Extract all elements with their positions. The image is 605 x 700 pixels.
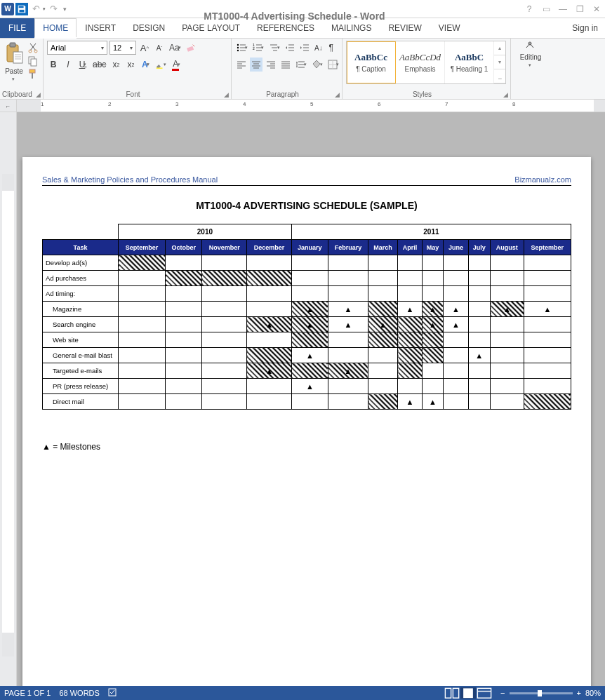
subscript-button[interactable]: x2 <box>109 58 122 72</box>
style-heading1[interactable]: AaBbC¶ Heading 1 <box>445 41 494 83</box>
schedule-cell <box>202 286 247 302</box>
year-header: 2011 <box>291 224 571 240</box>
status-page[interactable]: PAGE 1 OF 1 <box>4 689 51 697</box>
schedule-cell: ▲ <box>291 379 328 394</box>
style-caption[interactable]: AaBbCc¶ Caption <box>347 41 396 83</box>
align-right-icon[interactable] <box>265 58 277 72</box>
save-icon[interactable] <box>15 3 28 15</box>
shading-icon[interactable]: ▾ <box>310 58 324 72</box>
styles-gallery[interactable]: AaBbCc¶ Caption AaBbCcDdEmphasis AaBbC¶ … <box>346 41 506 84</box>
show-hide-icon[interactable]: ¶ <box>326 41 336 55</box>
align-center-icon[interactable] <box>250 58 262 72</box>
web-layout-icon[interactable] <box>477 687 492 699</box>
zoom-out-icon[interactable]: − <box>500 689 505 697</box>
schedule-cell: ▲ <box>368 317 398 332</box>
styles-launcher-icon[interactable]: ◢ <box>502 91 509 98</box>
horizontal-ruler[interactable]: 12345678 <box>17 100 605 112</box>
editing-dropdown-icon[interactable]: ▾ <box>528 62 531 68</box>
redo-icon[interactable]: ↷ <box>47 4 60 14</box>
month-header: April <box>398 240 423 255</box>
underline-button[interactable]: U▾ <box>77 58 89 72</box>
bold-button[interactable]: B <box>47 58 60 72</box>
tab-page-layout[interactable]: PAGE LAYOUT <box>173 18 248 38</box>
clear-format-icon[interactable] <box>185 41 197 55</box>
schedule-cell <box>328 255 368 271</box>
print-layout-icon[interactable] <box>460 687 476 699</box>
line-spacing-icon[interactable]: ▾ <box>294 58 308 72</box>
milestone-icon: ▲ <box>429 321 437 329</box>
copy-icon[interactable] <box>27 55 39 67</box>
tab-references[interactable]: REFERENCES <box>248 18 323 38</box>
scroll-up-icon[interactable]: ▴ <box>494 41 505 55</box>
zoom-slider[interactable] <box>510 692 573 694</box>
status-words[interactable]: 68 WORDS <box>59 689 99 697</box>
align-left-icon[interactable] <box>235 58 248 72</box>
read-mode-icon[interactable] <box>444 687 460 699</box>
ribbon-display-icon[interactable]: ▭ <box>538 1 554 17</box>
highlight-icon[interactable]: ▾ <box>154 58 168 72</box>
borders-icon[interactable]: ▾ <box>326 58 340 72</box>
paste-dropdown-icon[interactable]: ▾ <box>12 76 15 82</box>
shrink-font-icon[interactable]: Aˇ <box>153 41 166 55</box>
table-row: Search engine▲▲▲▲▲▲ <box>43 317 571 332</box>
zoom-value[interactable]: 80% <box>585 689 601 697</box>
scroll-more-icon[interactable]: ⎯ <box>494 69 505 83</box>
bullets-icon[interactable]: ▾ <box>235 41 249 55</box>
paste-button[interactable]: Paste ▾ <box>4 41 25 82</box>
tab-design[interactable]: DESIGN <box>124 18 173 38</box>
editing-button[interactable]: Editing ▾ <box>520 41 542 68</box>
numbering-icon[interactable]: 12▾ <box>251 41 265 55</box>
tab-insert[interactable]: INSERT <box>77 18 124 38</box>
schedule-cell <box>444 255 468 271</box>
sort-icon[interactable]: A↓ <box>313 41 324 55</box>
strike-button[interactable]: abc <box>91 58 107 72</box>
svg-text:2: 2 <box>253 46 255 51</box>
restore-icon[interactable]: ❐ <box>571 1 588 17</box>
tab-mailings[interactable]: MAILINGS <box>323 18 380 38</box>
schedule-cell <box>291 363 328 379</box>
schedule-cell <box>444 332 468 348</box>
schedule-cell: ▲ <box>491 302 524 317</box>
customize-qat-icon[interactable]: ▾ <box>62 6 68 13</box>
proofing-icon[interactable] <box>108 687 118 699</box>
decrease-indent-icon[interactable] <box>284 41 296 55</box>
font-size-combo[interactable]: 12▾ <box>109 41 136 55</box>
zoom-in-icon[interactable]: + <box>577 689 581 697</box>
justify-icon[interactable] <box>279 58 292 72</box>
vertical-ruler[interactable] <box>0 112 17 686</box>
close-icon[interactable]: ✕ <box>588 1 605 17</box>
undo-icon[interactable]: ↶ <box>29 4 43 14</box>
cut-icon[interactable] <box>27 42 39 53</box>
tab-home[interactable]: HOME <box>34 18 77 38</box>
gallery-scroll[interactable]: ▴▾⎯ <box>494 41 505 83</box>
undo-dropdown-icon[interactable]: ▾ <box>43 6 46 12</box>
font-name-combo[interactable]: Arial▾ <box>47 41 107 55</box>
grow-font-icon[interactable]: A^ <box>138 41 151 55</box>
text-effects-icon[interactable]: A▾ <box>139 58 152 72</box>
scroll-down-icon[interactable]: ▾ <box>494 55 505 69</box>
multilevel-icon[interactable]: ▾ <box>267 41 281 55</box>
change-case-icon[interactable]: Aa▾ <box>168 41 182 55</box>
tab-file[interactable]: FILE <box>0 18 34 38</box>
schedule-cell <box>119 317 166 332</box>
ribbon-tabs: FILE HOME INSERT DESIGN PAGE LAYOUT REFE… <box>0 18 605 38</box>
italic-button[interactable]: I <box>62 58 74 72</box>
font-launcher-icon[interactable]: ◢ <box>222 91 230 98</box>
increase-indent-icon[interactable] <box>298 41 311 55</box>
tab-view[interactable]: VIEW <box>430 18 469 38</box>
table-row: PR (press release)▲ <box>43 379 571 394</box>
clipboard-launcher-icon[interactable]: ◢ <box>34 91 41 98</box>
schedule-cell <box>368 332 398 348</box>
font-color-icon[interactable]: A▾ <box>170 58 182 72</box>
task-name: PR (press release) <box>43 379 119 394</box>
minimize-icon[interactable]: — <box>554 1 571 17</box>
tab-selector-icon[interactable]: ⌐ <box>0 100 17 112</box>
tab-review[interactable]: REVIEW <box>380 18 430 38</box>
format-painter-icon[interactable] <box>27 69 39 80</box>
help-icon[interactable]: ? <box>521 1 538 17</box>
style-emphasis[interactable]: AaBbCcDdEmphasis <box>396 41 445 83</box>
schedule-cell <box>468 394 490 410</box>
sign-in-link[interactable]: Sign in <box>565 18 605 38</box>
paragraph-launcher-icon[interactable]: ◢ <box>333 91 340 98</box>
superscript-button[interactable]: x2 <box>124 58 137 72</box>
